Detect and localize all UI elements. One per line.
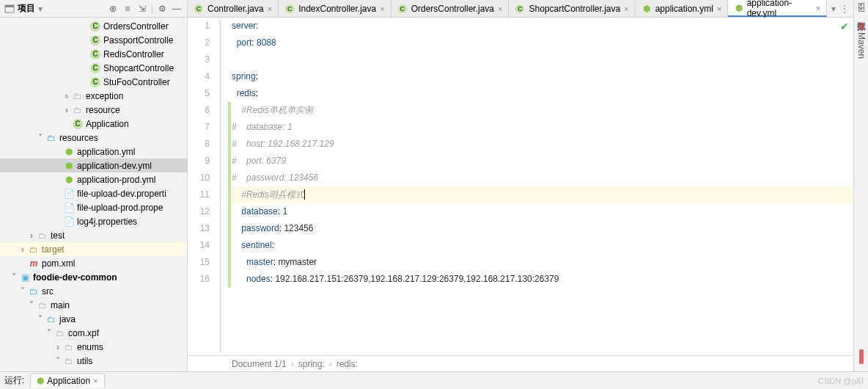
code-line[interactable]: #Redis哨兵模式 (232, 186, 853, 203)
code-line[interactable]: server: (232, 18, 853, 34)
chevron-right-icon[interactable]: › (62, 105, 72, 115)
tool-maven[interactable]: mMaven (856, 22, 867, 59)
inspection-ok-icon[interactable]: ✔ (840, 21, 849, 32)
tree-label: resources (59, 133, 98, 143)
close-icon[interactable]: × (268, 4, 272, 13)
project-header: 项目 ▾ ⊕ ≡ ⇲ | ⚙ — (0, 0, 187, 18)
tree-item[interactable]: ˅▣foodie-dev-common (0, 270, 187, 284)
code-line[interactable]: #Redis单机单实例 (232, 102, 853, 119)
chevron-down-icon[interactable]: ˅ (44, 328, 54, 338)
code-line[interactable]: nodes: 192.168.217.151:26379,192.168.217… (232, 271, 853, 288)
code-area[interactable]: server: port: 8088spring: redis: #Redis单… (232, 18, 853, 355)
tree-label: enums (77, 342, 103, 352)
tree-item[interactable]: CRedisController (0, 47, 187, 61)
tree-label: application-prod.yml (77, 175, 155, 185)
close-icon[interactable]: × (717, 4, 721, 13)
tree-item[interactable]: COrdersController (0, 19, 187, 33)
editor-tabs: CController.java×CIndexController.java×C… (188, 0, 853, 18)
code-line[interactable]: # port: 6379 (232, 153, 853, 170)
tree-item[interactable]: mpom.xml (0, 256, 187, 270)
code-line[interactable]: password: 123456 (232, 220, 853, 237)
tree-item[interactable]: CPassportControlle (0, 33, 187, 47)
code-line[interactable]: spring: (232, 68, 853, 85)
code-line[interactable]: redis: (232, 85, 853, 102)
close-icon[interactable]: × (380, 4, 384, 13)
editor-tab[interactable]: COrdersController.java× (391, 0, 510, 17)
tree-item[interactable]: ˅🗀resources (0, 131, 187, 145)
breadcrumb-item[interactable]: Document 1/1 (232, 359, 287, 369)
code-line[interactable]: # host: 192.168.217.129 (232, 136, 853, 153)
project-title: 项目 (18, 2, 35, 15)
select-opened-icon[interactable]: ⊕ (107, 3, 119, 15)
gear-icon[interactable]: ⚙ (156, 3, 168, 15)
tree-item[interactable]: ›🗀enums (0, 340, 187, 354)
error-stripe-marker[interactable] (859, 349, 864, 364)
tree-item[interactable]: ˅🗀src (0, 284, 187, 298)
tree-item[interactable]: ⬢application-dev.yml (0, 159, 187, 172)
tree-item[interactable]: ˅🗀com.xpf (0, 326, 187, 340)
run-bar: 运行: ⬢ Application × CSDN @p&f (0, 371, 868, 389)
chevron-right-icon[interactable]: › (18, 244, 28, 255)
chevron-down-icon[interactable]: ˅ (26, 300, 37, 310)
tree-label: pom.xml (42, 258, 75, 269)
tool-database[interactable]: 🗄数据库 (855, 3, 867, 15)
tree-item[interactable]: ›🗀target (0, 242, 187, 256)
chevron-right-icon[interactable]: › (62, 91, 72, 101)
tree-label: StuFooController (103, 77, 170, 87)
breadcrumb-item[interactable]: spring: (298, 359, 325, 369)
code-line[interactable]: database: 1 (232, 203, 853, 220)
chevron-down-icon[interactable]: ˅ (9, 272, 19, 283)
chevron-down-icon[interactable]: ˅ (18, 286, 28, 297)
tree-item[interactable]: 📄log4j.properties (0, 214, 187, 228)
dropdown-icon[interactable]: ▾ (831, 4, 836, 14)
chevron-down-icon[interactable]: ˅ (35, 133, 45, 143)
collapse-all-icon[interactable]: ⇲ (136, 3, 148, 15)
code-line[interactable]: port: 8088 (232, 34, 853, 51)
tree-item[interactable]: ˅🗀utils (0, 354, 187, 368)
editor: CController.java×CIndexController.java×C… (188, 0, 853, 371)
code-line[interactable]: sentinel: (232, 237, 853, 254)
hide-icon[interactable]: — (171, 3, 183, 15)
chevron-right-icon[interactable]: › (53, 342, 63, 352)
more-icon[interactable]: ⋮ (840, 4, 849, 14)
close-icon[interactable]: × (624, 4, 628, 13)
code-line[interactable]: master: mymaster (232, 254, 853, 271)
code-line[interactable] (232, 51, 853, 68)
chevron-down-icon[interactable]: ˅ (53, 356, 63, 366)
editor-body[interactable]: 12345678910111213141516 server: port: 80… (188, 18, 853, 355)
tree-item[interactable]: CStuFooController (0, 75, 187, 89)
editor-tab[interactable]: CController.java× (188, 0, 279, 17)
dropdown-icon[interactable]: ▾ (38, 4, 43, 14)
run-tab[interactable]: ⬢ Application × (30, 374, 104, 388)
editor-tab[interactable]: CShopcartController.java× (509, 0, 635, 17)
chevron-down-icon[interactable]: ˅ (35, 314, 45, 324)
close-icon[interactable]: × (816, 4, 820, 12)
tree-item[interactable]: ›🗀test (0, 228, 187, 242)
fold-strip (217, 18, 227, 355)
tree-label: utils (77, 356, 92, 366)
close-icon[interactable]: × (93, 377, 98, 385)
editor-tab[interactable]: CIndexController.java× (279, 0, 391, 17)
tree-item[interactable]: ›🗀resource (0, 103, 187, 117)
code-line[interactable]: # password: 123456 (232, 170, 853, 186)
tree-item[interactable]: ˅🗀main (0, 298, 187, 312)
editor-tab[interactable]: ⬢application-dev.yml× (728, 0, 827, 17)
tree-item[interactable]: CShopcartControlle (0, 61, 187, 75)
tree-item[interactable]: ⬢application-prod.yml (0, 172, 187, 186)
tree-item[interactable]: CApplication (0, 117, 187, 131)
close-icon[interactable]: × (498, 4, 502, 13)
tree-item[interactable]: 📄file-upload-dev.properti (0, 186, 187, 200)
tree-item[interactable]: 📄file-upload-prod.prope (0, 200, 187, 214)
expand-all-icon[interactable]: ≡ (122, 3, 133, 15)
project-tree[interactable]: COrdersControllerCPassportControlleCRedi… (0, 18, 187, 371)
tree-item[interactable]: ›🗀exception (0, 89, 187, 103)
breadcrumb[interactable]: Document 1/1 › spring: › redis: (188, 355, 853, 371)
chevron-right-icon: › (291, 359, 294, 369)
tree-item[interactable]: ˅🗀java (0, 312, 187, 326)
code-line[interactable]: # database: 1 (232, 119, 853, 136)
tree-item[interactable]: ⬢application.yml (0, 145, 187, 159)
breadcrumb-item[interactable]: redis: (336, 359, 358, 369)
editor-tab[interactable]: ⬢application.yml× (636, 0, 729, 17)
chevron-right-icon[interactable]: › (26, 230, 37, 241)
tree-label: main (51, 300, 70, 310)
